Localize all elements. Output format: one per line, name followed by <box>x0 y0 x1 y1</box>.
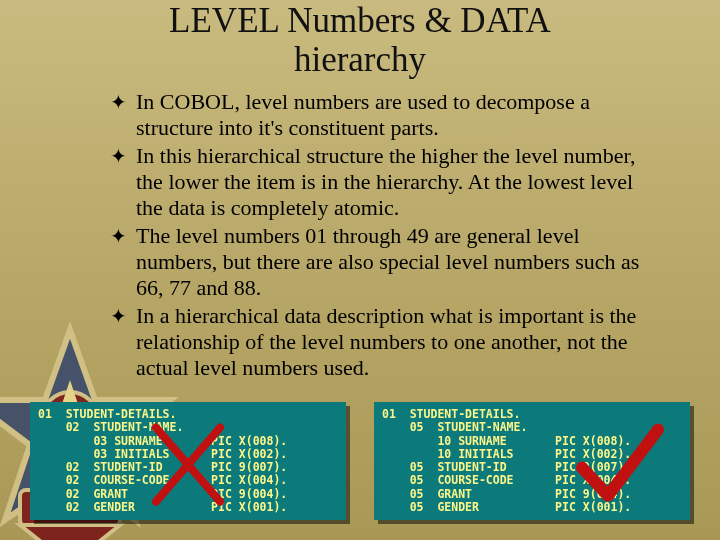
bullet-marker-icon: ✦ <box>110 89 136 141</box>
bullet-item: ✦ In COBOL, level numbers are used to de… <box>110 89 660 141</box>
bullet-text: The level numbers 01 through 49 are gene… <box>136 223 660 301</box>
code-text: 01 STUDENT-DETAILS. 02 STUDENT-NAME. 03 … <box>38 408 338 514</box>
bullet-item: ✦ The level numbers 01 through 49 are ge… <box>110 223 660 301</box>
bullet-marker-icon: ✦ <box>110 223 136 301</box>
bullet-item: ✦ In a hierarchical data description wha… <box>110 303 660 381</box>
bullet-marker-icon: ✦ <box>110 303 136 381</box>
title-line1: LEVEL Numbers & DATA <box>169 1 551 40</box>
bullets-list: ✦ In COBOL, level numbers are used to de… <box>110 89 660 380</box>
code-example-right: 01 STUDENT-DETAILS. 05 STUDENT-NAME. 10 … <box>374 402 690 520</box>
bullet-text: In COBOL, level numbers are used to deco… <box>136 89 660 141</box>
bullet-text: In this hierarchical structure the highe… <box>136 143 660 221</box>
title-line2: hierarchy <box>294 40 426 79</box>
bullet-marker-icon: ✦ <box>110 143 136 221</box>
code-examples-row: 01 STUDENT-DETAILS. 02 STUDENT-NAME. 03 … <box>0 402 720 520</box>
code-example-left: 01 STUDENT-DETAILS. 02 STUDENT-NAME. 03 … <box>30 402 346 520</box>
code-text: 01 STUDENT-DETAILS. 05 STUDENT-NAME. 10 … <box>382 408 682 514</box>
bullet-text: In a hierarchical data description what … <box>136 303 660 381</box>
bullet-item: ✦ In this hierarchical structure the hig… <box>110 143 660 221</box>
svg-marker-4 <box>20 525 120 540</box>
slide: LEVEL Numbers & DATA hierarchy ✦ In COBO… <box>0 0 720 540</box>
slide-title: LEVEL Numbers & DATA hierarchy <box>0 0 720 79</box>
